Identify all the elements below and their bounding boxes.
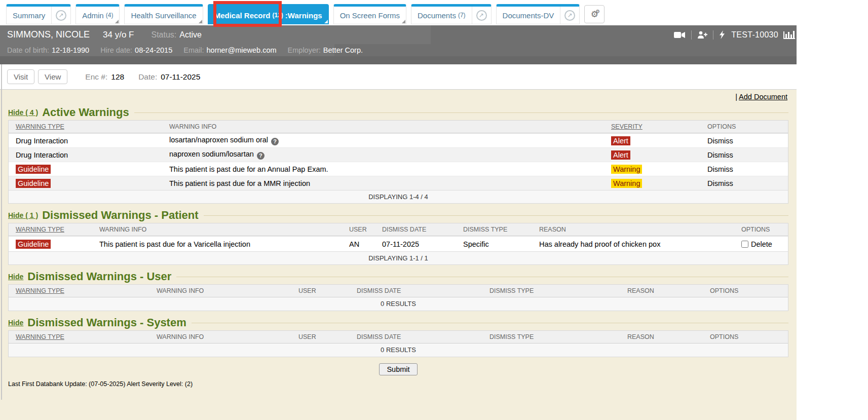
tab-medical-record-warnings[interactable]: Medical Record (12):Warnings xyxy=(208,4,329,24)
displaying-count: DISPLAYING 1-1 / 1 xyxy=(9,251,788,264)
col-options: OPTIONS xyxy=(734,226,788,233)
col-warning-info: WARNING INFO xyxy=(92,226,342,233)
tab-health-surveillance[interactable]: Health Surveillance xyxy=(124,4,203,24)
warning-type-cell: Guideline xyxy=(9,240,92,249)
enc-label: Enc #: xyxy=(85,72,107,82)
hide-system-link[interactable]: Hide xyxy=(8,319,23,327)
hide-active-link[interactable]: Hide ( 4 ) xyxy=(8,108,38,117)
gear-icon-small: ⚙ xyxy=(595,9,600,14)
col-warning-info: WARNING INFO xyxy=(162,123,604,130)
dismiss-type-cell: Specific xyxy=(456,240,532,248)
add-document-link[interactable]: Add Document xyxy=(739,93,787,101)
warning-row: Guideline This patient is past due for a… xyxy=(9,176,788,190)
flowsheet-chart-icon[interactable] xyxy=(783,30,797,39)
section-title: Active Warnings xyxy=(42,106,129,119)
tab-label: On Screen Forms xyxy=(340,11,400,20)
warning-info-cell: naproxen sodium/losartan? xyxy=(162,150,604,160)
dismiss-link[interactable]: Dismiss xyxy=(707,179,733,187)
dismissed-patient-table: WARNING TYPE WARNING INFO USER DISMISS D… xyxy=(8,223,788,265)
dropdown-fold-icon xyxy=(402,20,405,23)
section-rule xyxy=(204,215,788,216)
col-warning-type[interactable]: WARNING TYPE xyxy=(9,287,149,294)
col-warning-type[interactable]: WARNING TYPE xyxy=(9,226,92,233)
col-dismiss-date: DISMISS DATE xyxy=(350,333,482,340)
col-severity[interactable]: SEVERITY xyxy=(604,123,700,130)
add-person-icon[interactable] xyxy=(697,31,707,39)
tab-count: (7) xyxy=(458,12,466,19)
help-icon[interactable]: ? xyxy=(271,138,279,145)
col-warning-info: WARNING INFO xyxy=(149,287,291,294)
active-warnings-table: WARNING TYPE WARNING INFO SEVERITY OPTIO… xyxy=(8,120,788,204)
lightning-icon[interactable] xyxy=(719,30,725,39)
col-reason: REASON xyxy=(620,287,703,294)
col-options: OPTIONS xyxy=(703,287,788,294)
separator: | xyxy=(735,93,737,101)
popout-icon: ↗ xyxy=(56,10,66,21)
severity-cell: Alert xyxy=(604,150,700,160)
tab-count: (4) xyxy=(106,12,114,19)
empty-results: 0 RESULTS xyxy=(9,343,788,357)
divider xyxy=(713,30,713,40)
reason-cell: Has already had proof of chicken pox xyxy=(532,240,734,248)
video-call-icon[interactable] xyxy=(674,31,686,39)
tab-documents[interactable]: Documents (7) ↗ xyxy=(411,4,492,24)
documents-popout-button[interactable]: ↗ xyxy=(472,7,491,24)
section-title: Dismissed Warnings - System xyxy=(27,316,186,329)
add-document-row: |Add Document xyxy=(8,93,788,105)
col-user: USER xyxy=(291,333,350,340)
col-user: USER xyxy=(342,226,375,233)
warnings-page: |Add Document Hide ( 4 ) Active Warnings… xyxy=(0,90,797,420)
tab-label: Medical Record xyxy=(214,11,271,20)
help-icon[interactable]: ? xyxy=(257,152,265,160)
dismissed-warning-row: Guideline This patient is past due for a… xyxy=(9,236,788,251)
tab-admin[interactable]: Admin (4) xyxy=(76,4,120,24)
warning-type-cell: Drug Interaction xyxy=(9,151,162,159)
date-value: 07-11-2025 xyxy=(161,72,200,82)
col-warning-type[interactable]: WARNING TYPE xyxy=(9,123,162,130)
tab-count: (12) xyxy=(273,12,283,19)
warning-info-cell: losartan/naproxen sodium oral? xyxy=(162,136,604,145)
col-warning-type[interactable]: WARNING TYPE xyxy=(9,333,149,340)
dismiss-link[interactable]: Dismiss xyxy=(707,151,733,159)
view-button[interactable]: View xyxy=(38,69,67,84)
warning-row: Drug Interaction naproxen sodium/losarta… xyxy=(9,147,788,162)
hide-user-link[interactable]: Hide xyxy=(8,273,23,281)
application-window: Summary ↗ Admin (4) Health Surveillance … xyxy=(0,0,797,420)
col-dismiss-type: DISMISS TYPE xyxy=(482,333,620,340)
submit-row: Submit xyxy=(8,363,788,375)
dropdown-fold-icon xyxy=(115,20,119,23)
severity-badge: Warning xyxy=(611,179,642,188)
documents-dv-popout-button[interactable]: ↗ xyxy=(560,7,579,24)
tab-on-screen-forms[interactable]: On Screen Forms xyxy=(333,4,406,24)
section-rule xyxy=(176,277,788,277)
submit-button[interactable]: Submit xyxy=(379,363,417,375)
section-dismissed-patient-header: Hide ( 1 ) Dismissed Warnings - Patient xyxy=(8,208,788,223)
employer-label: Employer: xyxy=(288,46,321,54)
settings-gears-button[interactable]: ⚙ ⚙ xyxy=(584,5,605,23)
tab-documents-dv[interactable]: Documents-DV ↗ xyxy=(496,4,580,24)
warning-type-cell: Drug Interaction xyxy=(9,137,162,145)
databank-note: Last First Databank Update: (07-05-2025)… xyxy=(8,380,788,388)
visit-button[interactable]: Visit xyxy=(7,69,34,84)
summary-popout-button[interactable]: ↗ xyxy=(51,7,70,24)
tab-label: Documents xyxy=(418,11,456,20)
section-title: Dismissed Warnings - Patient xyxy=(42,209,198,222)
section-dismissed-system-header: Hide Dismissed Warnings - System xyxy=(8,315,788,330)
delete-label[interactable]: Delete xyxy=(751,240,772,248)
dismissed-user-table: WARNING TYPE WARNING INFO USER DISMISS D… xyxy=(8,284,788,311)
status-value: Active xyxy=(179,30,202,40)
guideline-badge: Guideline xyxy=(16,240,51,249)
delete-checkbox[interactable] xyxy=(741,241,748,248)
dismiss-link[interactable]: Dismiss xyxy=(707,165,733,173)
options-cell: Dismiss xyxy=(700,151,788,159)
section-rule xyxy=(134,112,788,113)
warning-type-cell: Guideline xyxy=(9,179,162,188)
col-reason: REASON xyxy=(620,333,703,340)
section-title: Dismissed Warnings - User xyxy=(27,270,171,283)
dob-label: Date of birth: xyxy=(7,46,49,54)
patient-id: TEST-10030 xyxy=(731,30,778,40)
tab-summary[interactable]: Summary ↗ xyxy=(6,4,71,24)
tab-label: Documents-DV xyxy=(503,11,554,20)
hide-patient-link[interactable]: Hide ( 1 ) xyxy=(8,211,38,219)
dismiss-link[interactable]: Dismiss xyxy=(707,137,733,145)
